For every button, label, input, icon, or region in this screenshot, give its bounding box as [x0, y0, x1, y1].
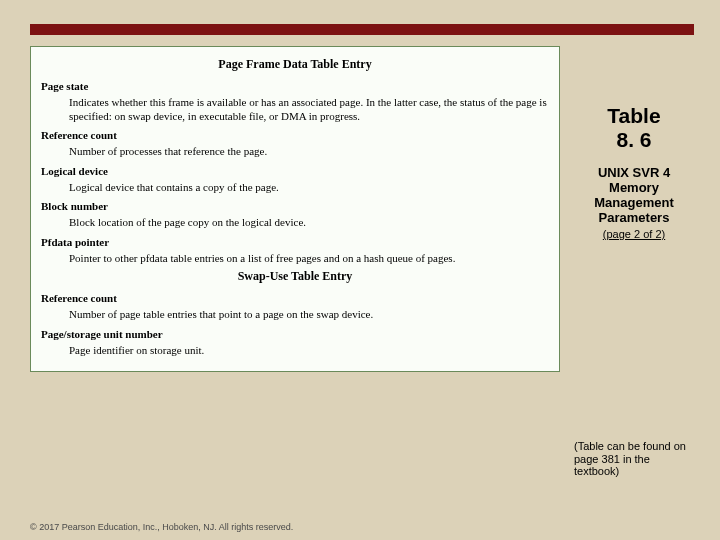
table-card: Page Frame Data Table Entry Page state I…: [30, 46, 560, 372]
accent-rule: [30, 24, 694, 35]
sidebar: Table 8. 6 UNIX SVR 4 Memory Management …: [574, 104, 694, 240]
term: Page state: [41, 80, 549, 94]
section-heading-1: Page Frame Data Table Entry: [41, 57, 549, 72]
term: Block number: [41, 200, 549, 214]
term-desc: Block location of the page copy on the l…: [69, 216, 549, 230]
term-desc: Number of processes that reference the p…: [69, 145, 549, 159]
textbook-note: (Table can be found on page 381 in the t…: [574, 440, 694, 478]
term-desc: Page identifier on storage unit.: [69, 344, 549, 358]
table-caption: UNIX SVR 4 Memory Management Parameters: [574, 166, 694, 226]
table-label-line1: Table: [607, 104, 660, 127]
section-heading-2: Swap-Use Table Entry: [41, 269, 549, 284]
term-desc: Number of page table entries that point …: [69, 308, 549, 322]
term-desc: Logical device that contains a copy of t…: [69, 181, 549, 195]
page-indicator: (page 2 of 2): [574, 228, 694, 240]
copyright-footer: © 2017 Pearson Education, Inc., Hoboken,…: [30, 522, 293, 532]
term: Pfdata pointer: [41, 236, 549, 250]
term: Page/storage unit number: [41, 328, 549, 342]
term-desc: Pointer to other pfdata table entries on…: [69, 252, 549, 266]
term: Logical device: [41, 165, 549, 179]
term: Reference count: [41, 129, 549, 143]
table-label-line2: 8. 6: [616, 128, 651, 151]
term: Reference count: [41, 292, 549, 306]
table-label: Table 8. 6: [574, 104, 694, 152]
term-desc: Indicates whether this frame is availabl…: [69, 96, 549, 124]
